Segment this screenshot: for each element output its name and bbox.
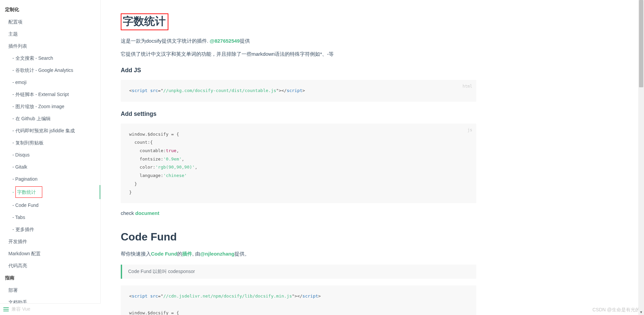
section-guide: 指南 xyxy=(0,272,100,284)
sub-emoji[interactable]: - emoji xyxy=(0,76,100,88)
sub-copy[interactable]: - 复制到剪贴板 xyxy=(0,137,100,149)
nav-config[interactable]: 配置项 xyxy=(0,16,100,28)
nav-md-config[interactable]: Markdown 配置 xyxy=(0,248,100,260)
sub-github[interactable]: - 在 Github 上编辑 xyxy=(0,113,100,125)
link-codefund[interactable]: Code Fund xyxy=(151,251,177,257)
main-content: 字数统计 这是一款为docsify提供文字统计的插件. @827652549提供… xyxy=(101,0,644,315)
heading-add-js: Add JS xyxy=(121,67,476,74)
sub-gitalk[interactable]: - Gitalk xyxy=(0,161,100,173)
sidebar: 定制化 配置项 主题 插件列表 - 全文搜索 - Search - 谷歌统计 -… xyxy=(0,0,101,315)
nav-plugins[interactable]: 插件列表 xyxy=(0,40,100,52)
check-line: check document xyxy=(121,209,476,217)
sub-external[interactable]: - 外链脚本 - External Script xyxy=(0,88,100,100)
nav-highlight[interactable]: 代码高亮 xyxy=(0,260,100,272)
sub-jsfiddle[interactable]: - 代码即时预览和 jsfiddle 集成 xyxy=(0,125,100,137)
footer-label: 兼容 Vue xyxy=(11,306,30,312)
section-customize: 定制化 xyxy=(0,3,100,16)
scroll-down-icon[interactable]: ▼ xyxy=(638,309,644,315)
hamburger-icon[interactable] xyxy=(3,307,9,311)
scrollbar[interactable]: ▲ ▼ xyxy=(638,0,644,315)
sub-pagination[interactable]: - Pagination xyxy=(0,173,100,185)
nav-theme[interactable]: 主题 xyxy=(0,28,100,40)
desc-paragraph: 它提供了统计中文汉字和英文单词的功能，并且排除了一些markdown语法的特殊字… xyxy=(121,50,476,58)
nav-dev-plugin[interactable]: 开发插件 xyxy=(0,235,100,248)
code-add-settings: jswindow.$docsify = { count:{ countable:… xyxy=(121,124,476,204)
intro-paragraph: 这是一款为docsify提供文字统计的插件. @827652549提供 xyxy=(121,37,476,45)
sub-ga[interactable]: - 谷歌统计 - Google Analytics xyxy=(0,64,100,76)
sub-zoom[interactable]: - 图片缩放 - Zoom image xyxy=(0,100,100,113)
link-plugin[interactable]: 插件 xyxy=(182,251,192,257)
sub-disqus[interactable]: - Disqus xyxy=(0,149,100,161)
sub-tabs[interactable]: - Tabs xyxy=(0,211,100,223)
scroll-thumb[interactable] xyxy=(639,0,643,87)
sub-codefund[interactable]: - Code Fund xyxy=(0,199,100,211)
heading-codefund: Code Fund xyxy=(121,231,476,243)
codefund-quote: Code Fund 以前叫 codesponsor xyxy=(121,265,476,279)
watermark: CSDN @生命是有光的 xyxy=(592,307,640,313)
heading-wordcount: 字数统计 xyxy=(121,13,476,30)
link-author[interactable]: @827652549 xyxy=(210,38,240,44)
sidebar-footer: 兼容 Vue xyxy=(0,303,101,315)
link-njleonzhang[interactable]: @njleonzhang xyxy=(200,251,234,257)
sub-wordcount[interactable]: - 字数统计 xyxy=(0,185,100,199)
link-document[interactable]: document xyxy=(135,210,159,216)
code-add-js: html<script src="//unpkg.com/docsify-cou… xyxy=(121,80,476,102)
sub-search[interactable]: - 全文搜索 - Search xyxy=(0,52,100,64)
nav-deploy[interactable]: 部署 xyxy=(0,284,100,296)
codefund-paragraph: 帮你快速接入Code Fund的插件, 由@njleonzhang提供。 xyxy=(121,250,476,258)
sub-more[interactable]: - 更多插件 xyxy=(0,223,100,235)
heading-add-settings: Add settings xyxy=(121,110,476,118)
code-codefund: <script src="//cdn.jsdelivr.net/npm/docs… xyxy=(121,285,476,315)
